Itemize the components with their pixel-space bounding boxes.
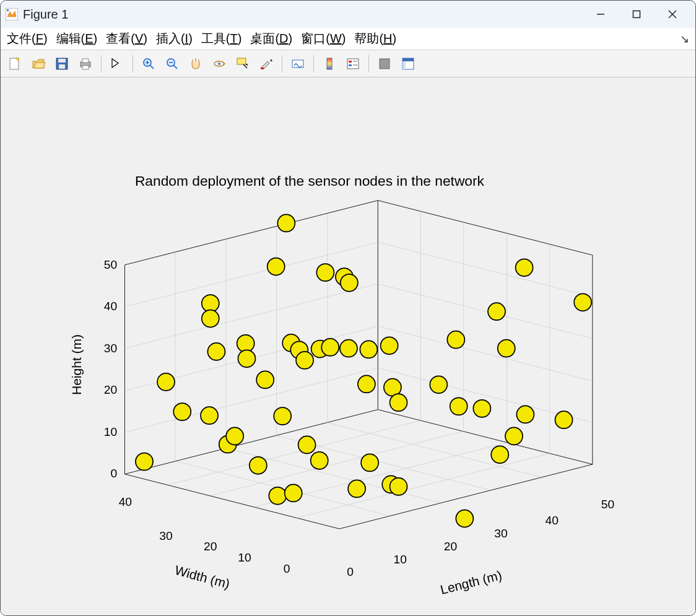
- window-title: Figure 1: [23, 7, 583, 22]
- close-button[interactable]: [655, 2, 690, 27]
- menu-edit[interactable]: 编辑(E): [56, 30, 98, 47]
- sensor-node: [311, 452, 328, 469]
- toolbar-separator: [282, 55, 282, 72]
- svg-rect-30: [349, 64, 352, 66]
- zoom-out-button[interactable]: [162, 53, 183, 74]
- svg-rect-33: [380, 59, 389, 69]
- show-plot-tools-button[interactable]: [398, 53, 419, 74]
- svg-line-64: [378, 284, 593, 339]
- menu-help[interactable]: 帮助(H): [354, 30, 396, 47]
- sensor-node: [316, 264, 334, 281]
- svg-text:0: 0: [284, 562, 290, 575]
- svg-rect-27: [327, 58, 332, 69]
- svg-rect-24: [261, 67, 264, 69]
- sensor-node: [202, 310, 219, 328]
- new-figure-button[interactable]: [4, 53, 25, 74]
- grid-floor: [168, 420, 550, 518]
- sensor-node: [360, 341, 377, 358]
- svg-text:10: 10: [104, 425, 117, 438]
- toolbar-separator: [313, 55, 314, 72]
- app-icon: [6, 8, 18, 20]
- svg-line-46: [168, 420, 421, 485]
- sensor-node: [516, 259, 533, 276]
- svg-line-19: [173, 65, 177, 69]
- menu-window[interactable]: 窗口(W): [301, 30, 346, 47]
- svg-text:50: 50: [104, 258, 117, 271]
- svg-rect-28: [347, 59, 359, 69]
- svg-line-49: [297, 454, 550, 518]
- sensor-node: [473, 400, 490, 417]
- sensor-node: [555, 411, 573, 428]
- brush-button[interactable]: [256, 53, 277, 74]
- sensor-node: [381, 337, 398, 354]
- colorbar-button[interactable]: [319, 53, 340, 74]
- minimize-button[interactable]: [583, 2, 619, 27]
- edit-plot-button[interactable]: [107, 53, 128, 74]
- dock-arrow-icon[interactable]: ↘: [680, 32, 689, 46]
- axes-box: [124, 201, 592, 529]
- svg-line-38: [124, 201, 378, 265]
- svg-rect-29: [349, 61, 352, 63]
- svg-marker-25: [270, 59, 272, 61]
- sensor-node: [268, 258, 285, 275]
- chart-title: Random deployment of the sensor nodes in…: [135, 173, 485, 189]
- maximize-button[interactable]: [619, 2, 655, 27]
- svg-rect-1: [7, 9, 9, 11]
- svg-text:30: 30: [104, 342, 117, 355]
- axes-3d[interactable]: Random deployment of the sensor nodes in…: [1, 77, 696, 616]
- save-button[interactable]: [51, 53, 72, 74]
- sensor-node: [269, 487, 286, 505]
- link-data-button[interactable]: [287, 53, 308, 74]
- svg-text:0: 0: [110, 467, 117, 480]
- menu-view[interactable]: 查看(V): [106, 30, 147, 47]
- svg-rect-23: [237, 58, 246, 64]
- sensor-node: [274, 407, 291, 425]
- sensor-node: [450, 397, 468, 415]
- z-tick-labels: 0 10 20 30 40 50: [104, 258, 117, 480]
- legend-button[interactable]: [342, 53, 363, 74]
- data-cursor-button[interactable]: [232, 53, 253, 74]
- svg-text:10: 10: [393, 553, 406, 566]
- print-button[interactable]: [75, 53, 96, 74]
- sensor-node: [358, 375, 375, 393]
- svg-line-39: [378, 201, 593, 255]
- svg-line-44: [124, 474, 339, 529]
- toolbar-separator: [133, 55, 133, 72]
- svg-point-22: [218, 63, 220, 65]
- svg-rect-12: [82, 59, 89, 63]
- sensor-node: [321, 339, 339, 356]
- menu-tools[interactable]: 工具(T): [201, 30, 242, 47]
- sensor-node: [574, 293, 591, 311]
- svg-rect-35: [402, 58, 414, 61]
- sensor-node: [201, 407, 218, 424]
- svg-line-65: [378, 242, 593, 297]
- sensor-node: [498, 340, 515, 357]
- menu-file[interactable]: 文件(F): [7, 30, 48, 47]
- menu-insert[interactable]: 插入(I): [156, 30, 193, 47]
- y-tick-labels: 0 10 20 30 40: [119, 495, 290, 576]
- sensor-node: [256, 371, 274, 388]
- hide-plot-tools-button[interactable]: [374, 53, 395, 74]
- svg-rect-3: [633, 11, 640, 18]
- svg-rect-10: [59, 64, 65, 69]
- zoom-in-button[interactable]: [138, 53, 159, 74]
- svg-text:50: 50: [601, 498, 614, 511]
- sensor-node: [348, 480, 365, 497]
- y-axis-label: Width (m): [173, 563, 232, 591]
- svg-text:40: 40: [104, 300, 117, 313]
- svg-text:40: 40: [546, 514, 559, 527]
- menu-desktop[interactable]: 桌面(D): [250, 30, 292, 47]
- x-axis-label: Length (m): [439, 568, 503, 597]
- open-button[interactable]: [28, 53, 49, 74]
- pan-button[interactable]: [185, 53, 206, 74]
- svg-text:20: 20: [204, 540, 217, 553]
- sensor-node: [298, 436, 316, 453]
- rotate-3d-button[interactable]: [209, 53, 230, 74]
- figure-area[interactable]: Random deployment of the sensor nodes in…: [1, 77, 695, 616]
- svg-rect-36: [402, 61, 406, 69]
- svg-line-63: [378, 326, 593, 381]
- sensor-node: [207, 343, 225, 360]
- svg-text:30: 30: [494, 527, 507, 540]
- sensor-node: [285, 484, 302, 501]
- sensor-node: [390, 394, 407, 411]
